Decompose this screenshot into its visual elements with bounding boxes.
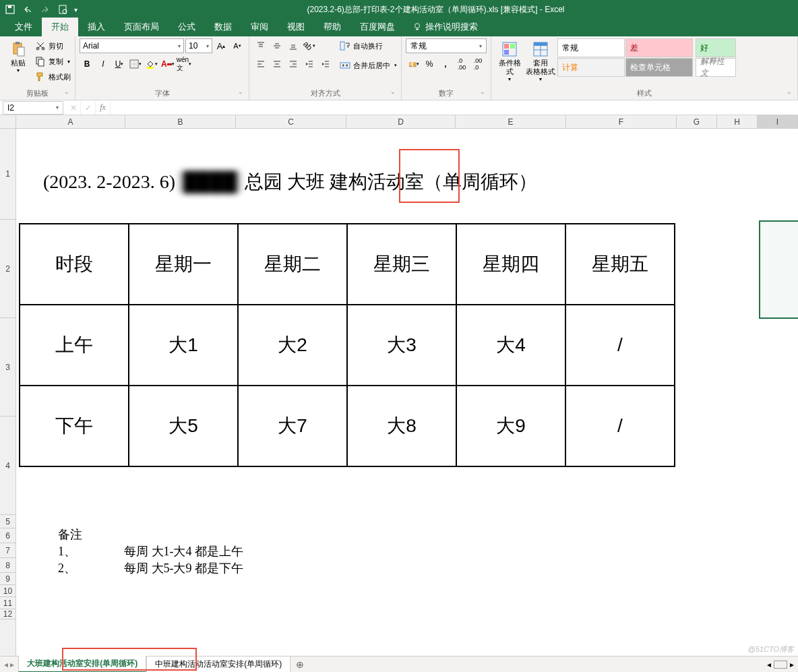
table-cell[interactable]: 星期三 bbox=[347, 224, 456, 305]
align-right-button[interactable] bbox=[286, 57, 301, 71]
table-cell[interactable]: 星期一 bbox=[129, 224, 238, 305]
phonetic-button[interactable]: wén文▾ bbox=[177, 57, 191, 71]
sheet-nav[interactable]: ◂ ▸ bbox=[0, 660, 18, 669]
name-box[interactable]: I2▾ bbox=[3, 101, 63, 115]
add-sheet-button[interactable]: ⊕ bbox=[290, 659, 309, 670]
table-cell[interactable]: 星期五 bbox=[565, 224, 675, 305]
hscroll-indicator[interactable]: ◂▸ bbox=[763, 660, 798, 669]
row-headers[interactable]: 123456789101112 bbox=[0, 129, 16, 656]
table-cell[interactable]: 上午 bbox=[20, 305, 129, 386]
style-bad[interactable]: 差 bbox=[625, 38, 693, 57]
indent-dec-button[interactable] bbox=[302, 57, 317, 71]
tab-formulas[interactable]: 公式 bbox=[168, 18, 205, 36]
col-header-A[interactable]: A bbox=[16, 115, 125, 128]
col-header-F[interactable]: F bbox=[566, 115, 677, 128]
fill-color-button[interactable]: ▾ bbox=[144, 57, 159, 71]
style-normal[interactable]: 常规 bbox=[557, 38, 625, 57]
table-cell[interactable]: 大1 bbox=[129, 305, 238, 386]
cell-styles-gallery[interactable]: 常规 差 计算 检查单元格 bbox=[557, 38, 693, 77]
table-cell[interactable]: / bbox=[565, 386, 675, 466]
enter-icon[interactable]: ✓ bbox=[81, 101, 96, 115]
col-header-E[interactable]: E bbox=[456, 115, 566, 128]
row-header-4[interactable]: 4 bbox=[0, 417, 16, 515]
dec-decimal-button[interactable]: .00.0 bbox=[470, 57, 485, 71]
style-good[interactable]: 好 bbox=[696, 38, 736, 57]
align-bottom-button[interactable] bbox=[286, 38, 301, 53]
row-header-9[interactable]: 9 bbox=[0, 573, 16, 585]
tab-home[interactable]: 开始 bbox=[42, 18, 78, 36]
worksheet-grid[interactable]: ABCDEFGHI 123456789101112 (2023. 2-2023.… bbox=[0, 115, 798, 656]
increase-font-button[interactable]: A▴ bbox=[214, 38, 228, 53]
table-cell[interactable]: 大7 bbox=[238, 386, 347, 466]
table-cell[interactable]: 大3 bbox=[347, 305, 456, 386]
col-header-I[interactable]: I bbox=[758, 115, 798, 128]
style-check[interactable]: 检查单元格 bbox=[625, 58, 693, 77]
conditional-format-button[interactable]: 条件格式▾ bbox=[495, 38, 524, 85]
table-cell[interactable]: 星期四 bbox=[456, 224, 565, 305]
tab-insert[interactable]: 插入 bbox=[78, 18, 115, 36]
format-painter-button[interactable]: 格式刷 bbox=[35, 69, 71, 84]
indent-inc-button[interactable] bbox=[318, 57, 333, 71]
col-header-B[interactable]: B bbox=[125, 115, 236, 128]
align-left-button[interactable] bbox=[253, 57, 268, 71]
table-cell[interactable]: 大2 bbox=[238, 305, 347, 386]
tab-layout[interactable]: 页面布局 bbox=[115, 18, 168, 36]
table-cell[interactable]: 时段 bbox=[20, 224, 129, 305]
redo-icon[interactable] bbox=[39, 3, 51, 16]
row-header-8[interactable]: 8 bbox=[0, 558, 16, 573]
fx-icon[interactable]: fx bbox=[96, 101, 111, 115]
bold-button[interactable]: B bbox=[80, 57, 94, 71]
tab-file[interactable]: 文件 bbox=[5, 18, 42, 36]
align-center-button[interactable] bbox=[270, 57, 284, 71]
currency-button[interactable]: 💴▾ bbox=[406, 57, 421, 71]
col-header-G[interactable]: G bbox=[677, 115, 717, 128]
cut-button[interactable]: 剪切 bbox=[35, 38, 71, 53]
tab-data[interactable]: 数据 bbox=[205, 18, 241, 36]
col-header-D[interactable]: D bbox=[346, 115, 456, 128]
tab-review[interactable]: 审阅 bbox=[241, 18, 278, 36]
inc-decimal-button[interactable]: .0.00 bbox=[454, 57, 469, 71]
style-calc[interactable]: 计算 bbox=[557, 58, 625, 77]
row-header-5[interactable]: 5 bbox=[0, 515, 16, 528]
row-header-3[interactable]: 3 bbox=[0, 318, 16, 417]
font-size-combo[interactable]: 10▾ bbox=[185, 38, 212, 53]
table-cell[interactable]: 星期二 bbox=[238, 224, 347, 305]
format-table-button[interactable]: 套用 表格格式▾ bbox=[526, 38, 555, 85]
table-cell[interactable]: 大4 bbox=[456, 305, 565, 386]
row-header-6[interactable]: 6 bbox=[0, 528, 16, 543]
table-cell[interactable]: 大5 bbox=[129, 386, 238, 466]
undo-icon[interactable] bbox=[22, 3, 34, 16]
tell-me-search[interactable]: 操作说明搜索 bbox=[404, 18, 486, 36]
comma-button[interactable]: , bbox=[438, 57, 453, 71]
preview-icon[interactable] bbox=[57, 3, 69, 16]
decrease-font-button[interactable]: A▾ bbox=[230, 38, 245, 53]
save-icon[interactable] bbox=[4, 3, 16, 16]
cancel-icon[interactable]: ✕ bbox=[66, 101, 81, 115]
style-explain[interactable]: 解释性文 bbox=[696, 58, 736, 77]
column-headers[interactable]: ABCDEFGHI bbox=[16, 115, 798, 129]
paste-button[interactable]: 粘贴 ▾ bbox=[4, 38, 32, 76]
col-header-H[interactable]: H bbox=[717, 115, 758, 128]
table-cell[interactable]: / bbox=[565, 305, 675, 386]
row-header-1[interactable]: 1 bbox=[0, 129, 16, 220]
font-color-button[interactable]: A▾ bbox=[160, 57, 175, 71]
table-cell[interactable]: 大9 bbox=[456, 386, 565, 466]
tab-help[interactable]: 帮助 bbox=[314, 18, 350, 36]
table-cell[interactable]: 大8 bbox=[347, 386, 456, 466]
tab-baidu[interactable]: 百度网盘 bbox=[350, 18, 404, 36]
orientation-button[interactable]: ab▾ bbox=[302, 38, 317, 53]
cells-area[interactable]: (2023. 2-2023. 6) ████ 总园 大班 建构活动室（单周循环）… bbox=[16, 129, 798, 656]
merge-button[interactable]: 合并后居中▾ bbox=[340, 58, 397, 73]
row-header-10[interactable]: 10 bbox=[0, 585, 16, 597]
align-middle-button[interactable] bbox=[270, 38, 284, 53]
percent-button[interactable]: % bbox=[422, 57, 437, 71]
row-header-7[interactable]: 7 bbox=[0, 543, 16, 558]
tab-view[interactable]: 视图 bbox=[278, 18, 314, 36]
italic-button[interactable]: I bbox=[96, 57, 111, 71]
col-header-C[interactable]: C bbox=[236, 115, 346, 128]
wrap-text-button[interactable]: 自动换行 bbox=[340, 38, 397, 53]
border-button[interactable]: ▾ bbox=[128, 57, 143, 71]
row-header-11[interactable]: 11 bbox=[0, 597, 16, 609]
row-header-2[interactable]: 2 bbox=[0, 220, 16, 318]
align-top-button[interactable] bbox=[253, 38, 268, 53]
